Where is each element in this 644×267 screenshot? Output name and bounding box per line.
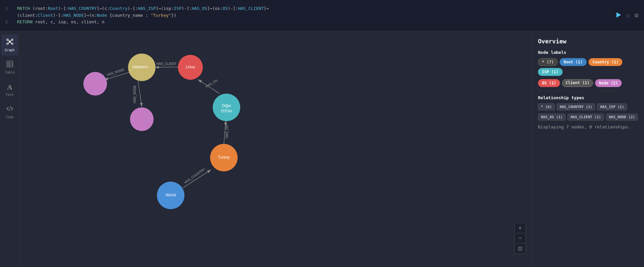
- tag-rel-has-client[interactable]: HAS_CLIENT (1): [568, 114, 604, 121]
- panel-toggle-button[interactable]: ›: [532, 143, 533, 156]
- line-number-2: 2: [5, 19, 12, 26]
- query-line-1-cont: (client:Client)-[:HAS_NODE]→(n:Node {cou…: [17, 12, 176, 19]
- edge-linux-netherm: [155, 67, 178, 67]
- tag-rel-all[interactable]: * (6): [538, 103, 555, 110]
- relationship-tags-row1: * (6) HAS_COUNTRY (1) HAS_ISP (1): [538, 103, 639, 110]
- tag-rel-has-isp[interactable]: HAS_ISP (1): [597, 103, 627, 110]
- sidebar: Graph Table A Text: [0, 31, 20, 267]
- zoom-fit-button[interactable]: ⊡: [515, 243, 526, 254]
- node-diger[interactable]: [213, 94, 240, 121]
- sidebar-graph-label: Graph: [5, 48, 14, 52]
- sidebar-item-code[interactable]: Code: [1, 101, 18, 122]
- svg-line-14: [9, 106, 11, 111]
- svg-line-7: [11, 40, 11, 41]
- edge-label-has-node-2: HAS_NODE: [133, 85, 137, 103]
- tag-rel-has-country[interactable]: HAS_COUNTRY (1): [557, 103, 595, 110]
- divider-1: [538, 91, 639, 91]
- zoom-out-button[interactable]: −: [515, 233, 526, 243]
- sidebar-item-graph[interactable]: Graph: [1, 34, 18, 56]
- tag-isp[interactable]: ISP (1): [538, 68, 563, 76]
- overview-title: Overview: [538, 38, 639, 45]
- display-info: Displaying 7 nodes, 0 relationships.: [538, 124, 639, 129]
- edge-label-has-os: HAS_OS: [205, 78, 218, 88]
- node-purple-2[interactable]: [130, 107, 154, 131]
- relationship-tags-row2: HAS_OS (1) HAS_CLIENT (1) HAS_NODE (2): [538, 114, 639, 121]
- node-turkey[interactable]: [210, 144, 238, 171]
- settings-button[interactable]: ⚙: [634, 12, 639, 19]
- node-purple-1[interactable]: [83, 72, 107, 96]
- zoom-in-button[interactable]: +: [515, 223, 526, 233]
- edge-netherm-node2: [138, 80, 142, 107]
- sidebar-table-label: Table: [5, 71, 14, 74]
- tag-all-nodes[interactable]: * (7): [538, 58, 558, 66]
- sidebar-item-table[interactable]: Table: [1, 57, 18, 78]
- tag-node[interactable]: Node (2): [595, 79, 622, 87]
- edge-label-has-country: HAS_COUNTRY: [183, 167, 206, 184]
- run-button[interactable]: [615, 12, 622, 19]
- node-world[interactable]: [157, 182, 184, 209]
- table-icon: [6, 60, 13, 69]
- zoom-controls: + − ⊡: [514, 223, 526, 254]
- svg-line-9: [11, 42, 11, 43]
- node-netherm[interactable]: [128, 54, 156, 81]
- edge-label-has-client: HAS_CLIENT: [156, 62, 177, 66]
- graph-svg: HAS_COUNTRY HAS_ISP HAS_OS HAS_CLIENT HA…: [20, 31, 532, 267]
- tag-root[interactable]: Root (1): [560, 58, 587, 66]
- svg-rect-10: [7, 61, 13, 67]
- tag-rel-has-os[interactable]: HAS_OS (1): [538, 114, 566, 121]
- query-editor: 1 MATCH (root:Root)-[:HAS_COUNTRY]→(c:Co…: [0, 0, 644, 31]
- text-icon: A: [7, 83, 12, 92]
- graph-icon: [6, 38, 13, 47]
- overview-panel: › Overview Node labels * (7) Root (1) Co…: [532, 31, 644, 267]
- svg-line-8: [8, 42, 9, 43]
- main-layout: Graph Table A Text: [0, 31, 644, 267]
- relationship-types-section-title: Relationship types: [538, 95, 639, 100]
- node-labels-tags-row2: OS (1) Client (1) Node (2): [538, 79, 639, 87]
- line-number-1: 1: [5, 5, 12, 12]
- node-labels-section-title: Node labels: [538, 50, 639, 55]
- node-labels-tags: * (7) Root (1) Country (1) ISP (1): [538, 58, 639, 76]
- tag-os[interactable]: OS (1): [538, 79, 560, 87]
- svg-line-6: [8, 40, 9, 41]
- graph-canvas[interactable]: HAS_COUNTRY HAS_ISP HAS_OS HAS_CLIENT HA…: [20, 31, 532, 267]
- sidebar-code-label: Code: [6, 115, 13, 119]
- node-linux[interactable]: [178, 55, 203, 80]
- sidebar-text-label: Text: [6, 93, 13, 97]
- svg-marker-0: [616, 12, 621, 18]
- tag-rel-has-node[interactable]: HAS_NODE (2): [606, 114, 638, 121]
- query-line-1: MATCH (root:Root)-[:HAS_COUNTRY]→(c:Coun…: [17, 5, 269, 12]
- tag-client[interactable]: Client (1): [562, 79, 593, 87]
- code-icon: [6, 105, 13, 114]
- favorite-button[interactable]: ☆: [626, 12, 630, 19]
- tag-country[interactable]: Country (1): [589, 58, 622, 66]
- edge-label-has-node-1: HAS_NODE: [106, 68, 125, 77]
- edge-label-has-isp: HAS_ISP: [225, 124, 229, 139]
- query-line-2: RETURN root, c, isp, os, client, n: [17, 19, 104, 26]
- sidebar-item-text[interactable]: A Text: [1, 79, 18, 100]
